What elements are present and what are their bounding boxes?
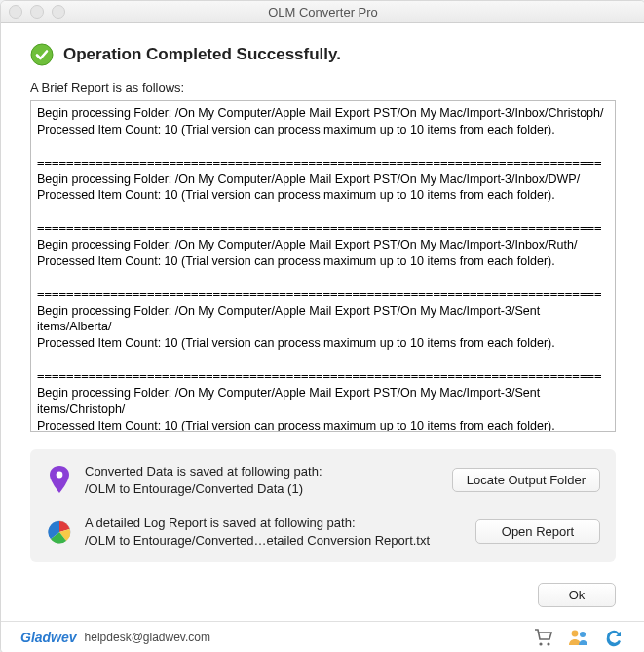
cart-icon[interactable] [532,626,555,649]
converted-data-text: Converted Data is saved at following pat… [85,463,440,497]
report-line: Begin processing Folder: /On My Computer… [37,172,609,188]
report-line: Begin processing Folder: /On My Computer… [37,237,609,253]
brief-report-label: A Brief Report is as follows: [30,80,616,95]
app-bottom-bar: Gladwev helpdesk@gladwev.com [1,621,644,652]
report-separator: ========================================… [37,368,609,385]
dialog-footer: Ok [1,573,644,621]
report-line: Begin processing Folder: /On My Computer… [37,105,609,122]
log-report-label: A detailed Log Report is saved at follow… [85,515,464,532]
report-line: Processed Item Count: 10 (Trial version … [37,335,609,352]
titlebar: OLM Converter Pro [1,1,644,23]
brand-logo: Gladwev [20,630,77,645]
report-separator: ========================================… [37,287,609,303]
checkmark-circle-icon [30,43,54,66]
report-line: Begin processing Folder: /On My Computer… [37,385,609,418]
report-line [37,352,609,368]
refresh-icon[interactable] [602,626,625,649]
log-report-path: /OLM to Entourage/Converted…etailed Conv… [85,532,464,550]
support-email: helpdesk@gladwev.com [85,631,210,644]
report-separator: ========================================… [37,155,609,172]
people-icon[interactable] [567,626,590,649]
success-header: Operation Completed Successfully. [30,43,616,66]
report-line: Processed Item Count: 10 (Trial version … [37,187,609,204]
success-title: Operation Completed Successfully. [63,45,341,64]
pie-chart-icon [46,519,73,545]
report-line [37,204,609,220]
locate-output-folder-button[interactable]: Locate Output Folder [452,468,600,492]
log-report-row: A detailed Log Report is saved at follow… [46,515,600,549]
info-panel: Converted Data is saved at following pat… [30,449,616,562]
svg-point-5 [572,631,579,637]
svg-point-6 [580,632,586,637]
report-line: Processed Item Count: 10 (Trial version … [37,253,609,270]
report-line: Processed Item Count: 10 (Trial version … [37,122,609,138]
ok-button[interactable]: Ok [538,583,616,607]
dialog-content: Operation Completed Successfully. A Brie… [1,23,644,573]
report-line: Processed Item Count: 10 (Trial version … [37,418,609,432]
map-pin-icon [46,466,73,495]
svg-point-0 [31,44,53,65]
converted-data-label: Converted Data is saved at following pat… [85,463,440,480]
report-line [37,138,609,155]
brand-area: Gladwev helpdesk@gladwev.com [20,630,210,645]
window-title: OLM Converter Pro [1,5,644,19]
svg-point-4 [547,642,549,645]
converted-data-path: /OLM to Entourage/Converted Data (1) [85,480,440,498]
app-window: OLM Converter Pro Operation Completed Su… [0,0,644,652]
svg-point-1 [57,471,63,478]
report-line: Begin processing Folder: /On My Computer… [37,303,609,336]
report-separator: ========================================… [37,220,609,237]
converted-data-row: Converted Data is saved at following pat… [46,463,600,497]
svg-point-3 [539,642,542,645]
log-report-text: A detailed Log Report is saved at follow… [85,515,464,549]
report-text-area[interactable]: Begin processing Folder: /On My Computer… [30,100,616,432]
open-report-button[interactable]: Open Report [475,519,600,544]
report-line [37,270,609,287]
toolbar-icons [532,626,625,649]
